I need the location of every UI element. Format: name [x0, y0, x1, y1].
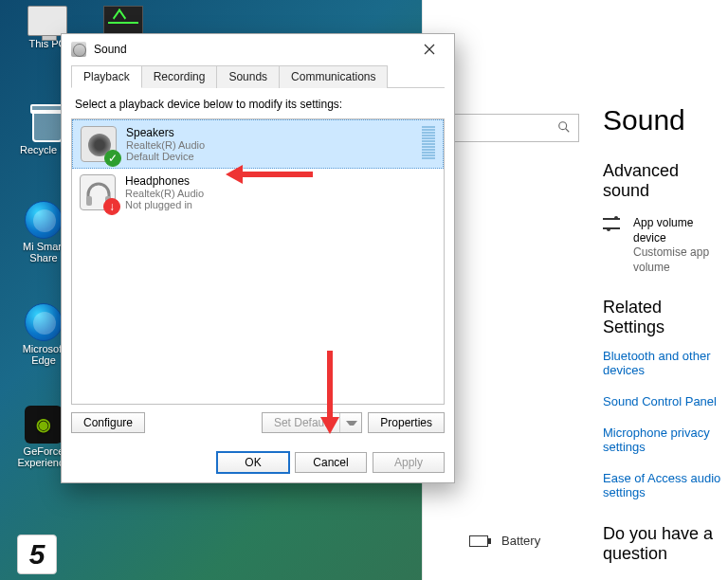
ok-button[interactable]: OK [217, 452, 289, 473]
desktop-icon-5[interactable]: 5 [17, 535, 57, 574]
level-meter-icon [422, 126, 435, 159]
apply-button[interactable]: Apply [373, 452, 445, 473]
chart-icon [103, 6, 143, 36]
five-label: 5 [29, 538, 46, 571]
device-item-headphones[interactable]: ↓ Headphones Realtek(R) Audio Not plugge… [72, 169, 444, 216]
device-status: Not plugged in [125, 199, 204, 210]
device-item-speakers[interactable]: ✓ Speakers Realtek(R) Audio Default Devi… [72, 119, 444, 169]
check-badge-icon: ✓ [104, 150, 121, 167]
tab-communications[interactable]: Communications [279, 65, 388, 88]
instruction-text: Select a playback device below to modify… [75, 98, 441, 111]
svg-point-0 [559, 122, 567, 130]
section-heading: Do you have a question [603, 524, 728, 564]
tab-sounds[interactable]: Sounds [216, 65, 280, 88]
speaker-icon [71, 42, 86, 57]
tab-bar: Playback Recording Sounds Communications [71, 64, 445, 88]
sound-dialog: Sound Playback Recording Sounds Communic… [61, 33, 455, 483]
edge-icon [25, 303, 63, 341]
device-name: Speakers [126, 126, 205, 139]
section-heading: Related Settings [603, 298, 728, 337]
device-driver: Realtek(R) Audio [125, 188, 204, 199]
link-microphone-privacy[interactable]: Microphone privacy settings [603, 426, 728, 454]
device-status: Default Device [126, 151, 205, 162]
device-name: Headphones [125, 174, 204, 188]
device-driver: Realtek(R) Audio [126, 139, 205, 151]
circle-icon [25, 201, 63, 239]
settings-item-title: App volume device [633, 216, 728, 245]
computer-icon [27, 6, 67, 36]
headphones-device-icon: ↓ [80, 174, 116, 210]
sidebar-item-battery[interactable]: Battery [469, 534, 540, 548]
sliders-icon [603, 216, 620, 231]
settings-main: Sound Advanced sound App volume device C… [603, 104, 728, 579]
search-icon [557, 120, 571, 136]
properties-button[interactable]: Properties [368, 412, 445, 433]
settings-item-appvolume[interactable]: App volume device Customise app volume [603, 216, 728, 275]
settings-search-input[interactable] [450, 114, 579, 142]
tab-recording[interactable]: Recording [141, 65, 218, 88]
tab-playback[interactable]: Playback [71, 65, 142, 88]
svg-rect-4 [86, 196, 92, 206]
section-heading: Advanced sound [603, 161, 728, 201]
link-bluetooth-devices[interactable]: Bluetooth and other devices [603, 349, 728, 377]
cancel-button[interactable]: Cancel [295, 452, 367, 473]
link-sound-control-panel[interactable]: Sound Control Panel [603, 394, 728, 408]
close-icon [424, 44, 435, 55]
dialog-titlebar[interactable]: Sound [62, 34, 454, 64]
down-arrow-badge-icon: ↓ [103, 198, 120, 215]
dialog-title: Sound [94, 43, 410, 56]
configure-button[interactable]: Configure [71, 412, 145, 433]
battery-icon [469, 535, 488, 547]
settings-item-desc: Customise app volume [633, 245, 728, 275]
nvidia-icon: ◉ [25, 406, 63, 444]
page-title: Sound [603, 104, 728, 136]
link-ease-of-access-audio[interactable]: Ease of Access audio settings [603, 471, 728, 499]
settings-sidebar [450, 114, 579, 142]
set-default-button[interactable]: Set Default [262, 412, 362, 433]
svg-line-1 [566, 129, 570, 133]
device-list[interactable]: ✓ Speakers Realtek(R) Audio Default Devi… [71, 118, 445, 405]
close-button[interactable] [410, 37, 448, 62]
speaker-device-icon: ✓ [81, 126, 117, 162]
sidebar-item-label: Battery [501, 534, 540, 548]
